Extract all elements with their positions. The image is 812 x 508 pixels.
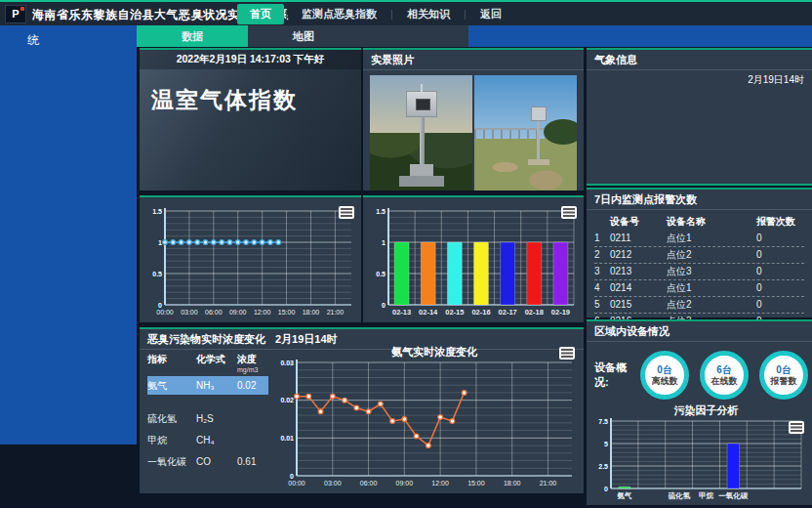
table-cell: 0.02	[237, 376, 268, 395]
svg-text:0.01: 0.01	[280, 435, 294, 442]
alarm-col-count: 报警次数	[756, 214, 800, 231]
photo2-device-pad	[528, 159, 549, 165]
svg-text:06:00: 06:00	[360, 480, 378, 487]
svg-text:7.5: 7.5	[598, 418, 608, 425]
nav-item-knowledge[interactable]: 相关知识	[394, 4, 463, 24]
stat-label: 报警数	[771, 376, 797, 387]
app-logo-glyph: P	[12, 9, 19, 20]
alarm-table-body: 10211点位1020212点位2030213点位3040214点位105021…	[594, 231, 804, 330]
table-cell: CO	[196, 452, 237, 471]
weather-panel-title: 气象信息	[587, 50, 812, 70]
table-cell: 5	[594, 297, 610, 313]
nav-separator	[465, 10, 466, 20]
pollutant-analysis-chart: 氨气硫化氢甲烷一氧化碳02.557.5污染因子分析	[589, 403, 809, 503]
app-logo-icon: P	[5, 5, 26, 23]
title-overflow-text: 统	[27, 32, 39, 49]
nav-separator	[391, 10, 392, 20]
table-cell: 0213	[610, 264, 667, 279]
odor-panel: 恶臭污染物实时浓度变化 2月19日14时 指标 化学式 浓度 mg/m3 氨气N…	[140, 327, 584, 493]
tab-bar: 数据地图	[137, 25, 468, 47]
photo2-device-box	[531, 106, 547, 121]
table-cell: 3	[594, 264, 610, 279]
chart-menu-icon[interactable]	[789, 421, 804, 434]
alarms-panel: 7日内监测点报警次数 设备号 设备名称 报警次数 10211点位1020212点…	[587, 188, 812, 318]
photo1-device-screen	[416, 99, 430, 110]
svg-text:00:00: 00:00	[288, 480, 305, 487]
chart-menu-icon[interactable]	[339, 206, 354, 219]
svg-text:1.5: 1.5	[152, 208, 162, 215]
datetime-banner: 2022年2月19日 14:17:03 下午好	[140, 50, 361, 69]
nav-item-odor-index[interactable]: 监测点恶臭指数	[289, 4, 389, 24]
alarm-col-index	[594, 214, 610, 231]
odor-col-concentration: 浓度 mg/m3	[237, 353, 268, 373]
nav-item-home[interactable]: 首页	[237, 4, 284, 24]
svg-text:21:00: 21:00	[327, 309, 345, 316]
svg-text:09:00: 09:00	[396, 480, 414, 487]
svg-text:0: 0	[158, 302, 162, 309]
photo1-device-pole	[420, 117, 425, 164]
table-cell: 点位1	[667, 231, 756, 246]
table-cell: 点位2	[667, 297, 756, 313]
svg-text:0.03: 0.03	[280, 360, 294, 366]
chart-canvas: 00:0003:0006:0009:0012:0015:0018:0021:00…	[142, 203, 359, 319]
table-cell: 甲烷	[147, 431, 196, 449]
photos-panel-title: 实景照片	[363, 50, 584, 70]
svg-text:氨气实时浓度变化: 氨气实时浓度变化	[390, 346, 478, 358]
chart-menu-icon[interactable]	[559, 347, 575, 360]
tab-data[interactable]: 数据	[137, 25, 248, 47]
main-nav: 首页监测点恶臭指数相关知识返回	[237, 3, 514, 25]
odor-col-formula: 化学式	[196, 353, 237, 373]
svg-text:一氧化碳: 一氧化碳	[718, 491, 749, 500]
svg-text:12:00: 12:00	[431, 480, 449, 487]
photo1-device-base	[399, 176, 444, 187]
device-stats: 0台离线数6台在线数0台报警数	[640, 351, 808, 400]
svg-text:0: 0	[382, 302, 386, 309]
table-row: 40214点位10	[594, 280, 804, 297]
hamburger-icon	[561, 349, 573, 351]
svg-text:18:00: 18:00	[303, 309, 320, 316]
nav-item-back[interactable]: 返回	[467, 4, 514, 24]
table-cell: 一氧化碳	[147, 452, 196, 471]
table-cell: 点位2	[667, 247, 756, 263]
alarm-col-device-name: 设备名称	[667, 214, 756, 231]
device-stat-alarm: 0台报警数	[759, 351, 808, 400]
stat-value: 0台	[776, 364, 792, 376]
photo-row	[363, 70, 584, 195]
table-cell: 0	[756, 297, 800, 313]
svg-text:02-15: 02-15	[445, 308, 464, 317]
table-row: 硫化氢H₂S	[147, 409, 268, 428]
greenhouse-chart-panel: 00:0003:0006:0009:0012:0015:0018:0021:00…	[140, 195, 361, 322]
stat-value: 6台	[716, 364, 732, 376]
table-cell	[237, 409, 268, 428]
table-cell: CH₄	[196, 431, 237, 449]
devices-panel-title: 区域内设备情况	[587, 321, 812, 342]
chart-canvas: 00:0003:0006:0009:0012:0015:0018:0021:00…	[270, 345, 580, 490]
table-row: 30213点位30	[594, 264, 804, 280]
svg-text:02-17: 02-17	[499, 308, 517, 317]
daily-index-chart-panel: 02-1302-1402-1502-1602-1702-1802-1900.51…	[363, 195, 584, 322]
svg-text:15:00: 15:00	[278, 309, 296, 316]
chart-menu-icon[interactable]	[561, 206, 577, 219]
table-row: 10211点位10	[594, 231, 804, 247]
svg-text:1.5: 1.5	[376, 208, 386, 215]
ammonia-trend-chart: 00:0003:0006:0009:0012:0015:0018:0021:00…	[270, 345, 580, 490]
stat-label: 在线数	[711, 376, 738, 387]
alarm-table: 设备号 设备名称 报警次数 10211点位1020212点位2030213点位3…	[587, 210, 812, 330]
hamburger-icon	[341, 208, 352, 210]
table-cell: 4	[594, 280, 610, 296]
svg-text:02-19: 02-19	[551, 308, 570, 317]
tab-map[interactable]: 地图	[248, 25, 359, 47]
svg-text:硫化氢: 硫化氢	[668, 491, 690, 500]
alarm-col-device-id: 设备号	[610, 214, 667, 231]
svg-text:氨气: 氨气	[616, 491, 632, 500]
top-navbar: P 海南省乐东黎族自治县大气恶臭状况实时发布系 首页监测点恶臭指数相关知识返回	[0, 0, 812, 25]
table-cell: 0	[756, 264, 800, 279]
weather-timestamp: 2月19日14时	[587, 70, 812, 87]
svg-text:03:00: 03:00	[324, 480, 342, 487]
svg-text:甲烷: 甲烷	[699, 491, 714, 500]
odor-col-indicator: 指标	[147, 353, 196, 373]
photo2-trees	[544, 119, 577, 145]
table-row: 50215点位20	[594, 297, 804, 314]
svg-text:0: 0	[604, 486, 608, 492]
odor-unit: mg/m3	[237, 366, 268, 373]
